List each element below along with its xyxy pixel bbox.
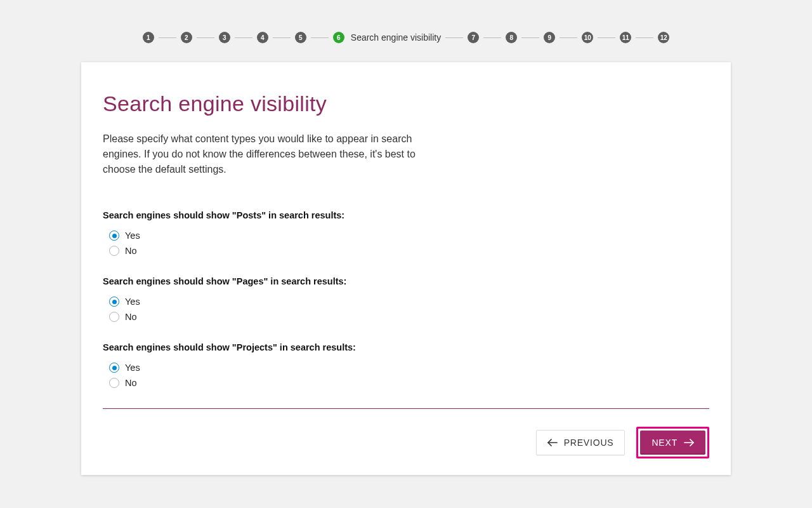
- radio-option[interactable]: Yes: [109, 297, 709, 307]
- step-4[interactable]: 4: [257, 32, 268, 43]
- step-circle: 1: [143, 32, 154, 43]
- radio-icon: [109, 312, 119, 322]
- radio-label: Yes: [125, 231, 140, 241]
- step-8[interactable]: 8: [506, 32, 517, 43]
- step-6[interactable]: 6Search engine visibility: [333, 32, 441, 43]
- radio-label: Yes: [125, 297, 140, 307]
- step-connector: [311, 37, 329, 38]
- step-3[interactable]: 3: [219, 32, 230, 43]
- radio-label: No: [125, 378, 137, 388]
- question-block: Search engines should show "Pages" in se…: [103, 276, 709, 322]
- step-12[interactable]: 12: [658, 32, 669, 43]
- question-label: Search engines should show "Projects" in…: [103, 342, 709, 352]
- next-button-label: NEXT: [652, 438, 678, 448]
- page-title: Search engine visibility: [103, 91, 709, 116]
- step-connector: [445, 37, 463, 38]
- step-connector: [159, 37, 176, 38]
- radio-icon: [109, 231, 119, 241]
- step-connector: [560, 37, 577, 38]
- radio-option[interactable]: Yes: [109, 363, 709, 373]
- step-11[interactable]: 11: [620, 32, 631, 43]
- step-connector: [598, 37, 615, 38]
- step-connector: [521, 37, 539, 38]
- step-circle: 9: [544, 32, 555, 43]
- question-label: Search engines should show "Posts" in se…: [103, 210, 709, 220]
- step-1[interactable]: 1: [143, 32, 154, 43]
- step-circle: 3: [219, 32, 230, 43]
- step-7[interactable]: 7: [468, 32, 479, 43]
- radio-icon: [109, 246, 119, 256]
- radio-icon: [109, 363, 119, 373]
- previous-button[interactable]: PREVIOUS: [536, 430, 625, 455]
- radio-option[interactable]: Yes: [109, 231, 709, 241]
- action-bar: PREVIOUS NEXT: [103, 427, 709, 458]
- step-5[interactable]: 5: [295, 32, 306, 43]
- step-circle: 6: [333, 32, 344, 43]
- step-circle: 11: [620, 32, 631, 43]
- step-circle: 5: [295, 32, 306, 43]
- page-description: Please specify what content types you wo…: [103, 131, 426, 177]
- radio-icon: [109, 297, 119, 307]
- step-connector: [197, 37, 214, 38]
- step-circle: 2: [181, 32, 192, 43]
- radio-label: Yes: [125, 363, 140, 373]
- radio-option[interactable]: No: [109, 312, 709, 322]
- radio-option[interactable]: No: [109, 246, 709, 256]
- wizard-card: Search engine visibility Please specify …: [81, 62, 731, 475]
- next-button-highlight: NEXT: [636, 427, 709, 458]
- step-connector: [483, 37, 501, 38]
- radio-icon: [109, 378, 119, 388]
- step-10[interactable]: 10: [582, 32, 593, 43]
- step-9[interactable]: 9: [544, 32, 555, 43]
- divider: [103, 408, 709, 409]
- step-label: Search engine visibility: [351, 32, 441, 43]
- step-connector: [636, 37, 653, 38]
- radio-option[interactable]: No: [109, 378, 709, 388]
- step-2[interactable]: 2: [181, 32, 192, 43]
- radio-label: No: [125, 246, 137, 256]
- step-circle: 8: [506, 32, 517, 43]
- question-block: Search engines should show "Projects" in…: [103, 342, 709, 388]
- wizard-stepper: 123456Search engine visibility789101112: [0, 0, 812, 62]
- step-circle: 4: [257, 32, 268, 43]
- radio-label: No: [125, 312, 137, 322]
- step-circle: 12: [658, 32, 669, 43]
- question-block: Search engines should show "Posts" in se…: [103, 210, 709, 256]
- step-circle: 7: [468, 32, 479, 43]
- step-connector: [235, 37, 252, 38]
- question-label: Search engines should show "Pages" in se…: [103, 276, 709, 286]
- arrow-right-icon: [684, 439, 694, 446]
- step-connector: [273, 37, 291, 38]
- next-button[interactable]: NEXT: [640, 431, 705, 455]
- previous-button-label: PREVIOUS: [564, 438, 614, 448]
- arrow-left-icon: [547, 439, 558, 446]
- step-circle: 10: [582, 32, 593, 43]
